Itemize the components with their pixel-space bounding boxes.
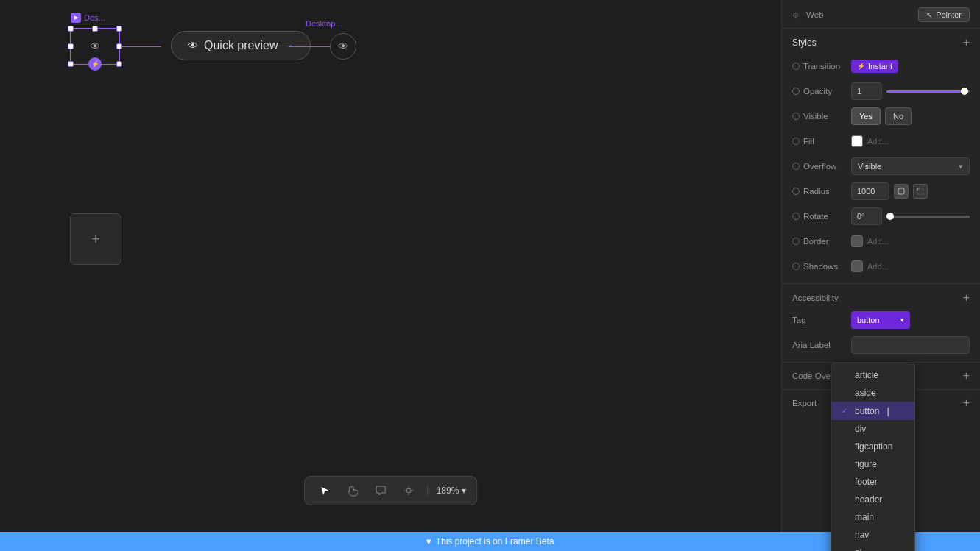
overflow-label: Overflow xyxy=(792,162,851,171)
visible-yes-button[interactable]: Yes xyxy=(851,107,881,125)
visible-row: Visible Yes No xyxy=(792,107,970,126)
dropdown-item-button[interactable]: ✓ button | xyxy=(831,402,914,420)
visible-control: Yes No xyxy=(851,107,970,125)
canvas-node-2[interactable]: 👁 xyxy=(330,33,356,60)
rotate-control xyxy=(851,207,970,225)
plus-icon: + xyxy=(91,231,100,248)
shadows-dot xyxy=(792,263,800,270)
transition-row: Transition ⚡ Instant xyxy=(792,57,970,76)
canvas-preview-button[interactable]: 👁 Quick preview → xyxy=(171,31,311,60)
dropdown-item-ol[interactable]: ol xyxy=(831,544,914,551)
lightning-icon: ⚡ xyxy=(857,63,865,70)
tag-row: Tag button ▾ xyxy=(792,310,970,330)
overflow-row: Overflow Visible ▾ xyxy=(792,157,970,176)
hand-tool-button[interactable] xyxy=(343,481,362,500)
dropdown-item-aside[interactable]: aside xyxy=(831,384,914,402)
shadows-color-swatch[interactable] xyxy=(851,260,863,272)
transition-dot xyxy=(792,63,800,70)
fill-row: Fill Add... xyxy=(792,132,970,151)
rotate-dot xyxy=(792,213,800,220)
fill-color-swatch[interactable] xyxy=(851,135,863,147)
dropdown-item-article[interactable]: article xyxy=(831,366,914,384)
canvas: ▶ Des... 👁 ⚡ 👁 Quick preview → xyxy=(0,0,781,532)
opacity-control xyxy=(851,82,970,100)
radius-dot xyxy=(792,188,800,195)
opacity-dot xyxy=(792,88,800,95)
web-pointer-section: ⚙ Web ↖ Pointer xyxy=(782,0,980,29)
radius-control xyxy=(851,182,970,200)
handle-bl[interactable] xyxy=(68,61,74,67)
heart-icon: ♥ xyxy=(426,536,431,547)
export-label: Export xyxy=(792,399,817,408)
handle-br[interactable] xyxy=(116,61,122,67)
cursor-caret-icon: | xyxy=(886,405,889,416)
border-add-text[interactable]: Add... xyxy=(867,237,889,246)
overflow-dot xyxy=(792,163,800,170)
web-label: Web xyxy=(806,10,823,19)
zoom-level: 189% xyxy=(437,486,459,496)
radius-row: Radius xyxy=(792,182,970,201)
rotate-input[interactable] xyxy=(851,207,882,225)
svg-rect-5 xyxy=(898,188,904,194)
styles-add-button[interactable]: + xyxy=(963,36,970,49)
opacity-input[interactable] xyxy=(851,82,882,100)
light-tool-button[interactable] xyxy=(399,481,418,500)
comment-tool-button[interactable] xyxy=(371,481,390,500)
visible-no-button[interactable]: No xyxy=(885,107,912,125)
accessibility-add-button[interactable]: + xyxy=(963,291,970,305)
code-overrides-add-button[interactable]: + xyxy=(963,369,970,383)
dropdown-item-nav[interactable]: nav xyxy=(831,526,914,544)
radius-corners-icon[interactable] xyxy=(894,184,909,199)
dropdown-item-div[interactable]: div xyxy=(831,420,914,438)
lightning-icon: ⚡ xyxy=(88,57,102,71)
connection-line-2 xyxy=(289,46,330,47)
overflow-control: Visible ▾ xyxy=(851,157,970,175)
overflow-value: Visible xyxy=(858,162,881,171)
tag-dropdown-menu: article aside ✓ button | div figcaption … xyxy=(831,363,915,551)
overflow-chevron-icon: ▾ xyxy=(959,162,963,171)
node1-label: Des... xyxy=(84,13,105,22)
fill-control: Add... xyxy=(851,135,970,147)
fill-label: Fill xyxy=(792,137,851,146)
web-settings-icon: ⚙ xyxy=(792,11,799,19)
dropdown-item-figcaption[interactable]: figcaption xyxy=(831,438,914,455)
accessibility-label: Accessibility xyxy=(792,294,839,302)
radius-input[interactable] xyxy=(851,182,889,200)
border-dot xyxy=(792,238,800,245)
transition-control: ⚡ Instant xyxy=(851,60,970,73)
export-add-button[interactable]: + xyxy=(963,397,970,410)
opacity-slider[interactable] xyxy=(886,90,970,93)
zoom-indicator[interactable]: 189% ▾ xyxy=(437,486,467,496)
aria-label-row: Aria Label xyxy=(792,335,970,355)
canvas-toolbar: 189% ▾ xyxy=(304,476,478,505)
rotate-row: Rotate xyxy=(792,207,970,226)
rotate-thumb xyxy=(886,213,894,220)
canvas-node-1[interactable]: ▶ Des... 👁 ⚡ xyxy=(70,28,120,65)
styles-header: Styles + xyxy=(792,36,970,49)
transition-icon-pill[interactable]: ⚡ Instant xyxy=(851,60,898,73)
cursor-tool-button[interactable] xyxy=(315,481,334,500)
canvas-add-button[interactable]: + xyxy=(70,213,121,265)
radius-individual-icon[interactable] xyxy=(913,184,928,199)
aria-label-input[interactable] xyxy=(851,336,970,354)
border-color-swatch[interactable] xyxy=(851,235,863,247)
preview-icon: 👁 xyxy=(188,40,198,51)
shadows-label: Shadows xyxy=(792,262,851,271)
dropdown-item-figure[interactable]: figure xyxy=(831,455,914,473)
fill-add-text[interactable]: Add... xyxy=(867,137,889,146)
accessibility-section: Accessibility + Tag button ▾ Aria Lab xyxy=(782,284,980,363)
overflow-dropdown[interactable]: Visible ▾ xyxy=(851,157,970,175)
tag-dropdown[interactable]: button ▾ xyxy=(851,311,910,329)
web-pointer-row: ⚙ Web ↖ Pointer xyxy=(792,7,970,22)
handle-tr[interactable] xyxy=(116,26,122,32)
toolbar-divider xyxy=(427,484,428,497)
handle-ml[interactable] xyxy=(68,43,74,49)
shadows-add-text[interactable]: Add... xyxy=(867,262,889,271)
handle-tl[interactable] xyxy=(68,26,74,32)
pointer-pill[interactable]: ↖ Pointer xyxy=(918,7,970,22)
dropdown-item-main[interactable]: main xyxy=(831,508,914,526)
rotate-slider[interactable] xyxy=(886,216,970,218)
dropdown-item-header[interactable]: header xyxy=(831,491,914,508)
handle-tm[interactable] xyxy=(92,26,98,32)
dropdown-item-footer[interactable]: footer xyxy=(831,473,914,491)
